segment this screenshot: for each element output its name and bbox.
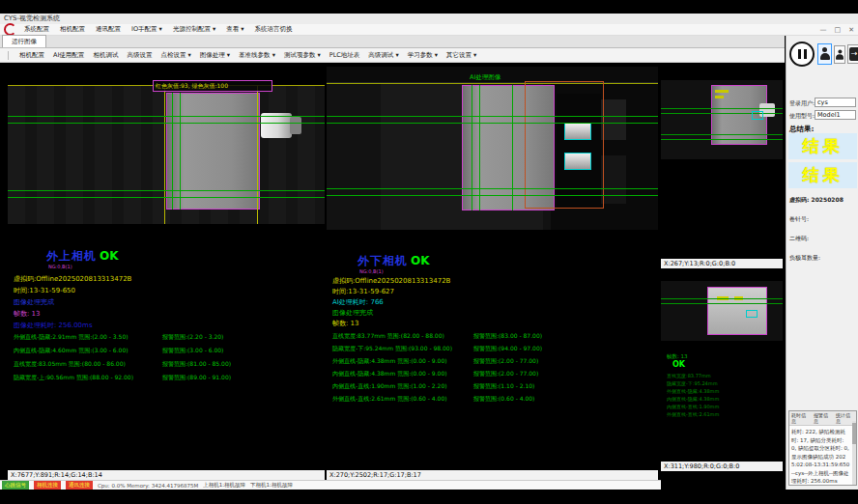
toolbar-button[interactable]: 高级设置 <box>127 51 152 60</box>
toolbar-button[interactable]: 测试项参数 ▾ <box>284 51 321 60</box>
measurement-row: 隐藏宽度-上:90.56mm 范围:(88.00 - 92.00) 报警范围:(… <box>14 374 231 380</box>
green-measure-line <box>327 195 658 196</box>
alarm-range-text: 报警范围:(0.60 - 4.00) <box>473 395 534 402</box>
log-tab[interactable]: 报警信息 <box>814 412 832 424</box>
login-user-field[interactable] <box>815 98 856 107</box>
log-panel[interactable]: 耗时信息报警信息统计信息 耗时: 222, 缺陷检测耗时: 17, 缺陷分类耗时… <box>788 410 857 486</box>
green-measure-line <box>327 116 658 117</box>
green-edge-line <box>472 85 472 210</box>
measurement-text: 外侧直线-隐藏:2.91mm 范围:(2.00 - 3.50) <box>14 333 162 340</box>
green-edge-line <box>479 85 480 210</box>
menu-item[interactable]: IO手配置 ▾ <box>131 25 162 34</box>
cyan-feature-box <box>752 111 763 120</box>
mini-measurement-text: 直线宽度:83.77mm <box>667 372 719 379</box>
preview-upper-camera[interactable]: X:267;Y:13;R:0;G:0;B:0 <box>661 63 783 268</box>
toolbar-button[interactable]: 高级调试 ▾ <box>368 51 398 60</box>
toolbar-button[interactable]: 相机调试 <box>93 51 118 60</box>
log-tabs: 耗时信息报警信息统计信息 <box>789 411 856 426</box>
model-field[interactable] <box>815 110 856 120</box>
toolbar-button[interactable]: PLC地址表 <box>329 51 360 60</box>
pixel-coordinate-readout: X:267;Y:13;R:0;G:0;B:0 <box>661 259 783 268</box>
camera-view-upper[interactable]: 红色灰值:93, 绿色灰值:100 外上相机OK NG:0,B(1) 虚拟码:O… <box>8 63 325 480</box>
camera-sub-text: NG:0,B(1) <box>48 264 72 269</box>
green-measure-line <box>327 123 658 124</box>
green-edge-line <box>512 85 513 210</box>
measurement-text: 内侧直线-隐藏:4.38mm 范围:(0.00 - 9.00) <box>332 370 473 377</box>
status-bar: 心跳信号 相机连接 通讯连接 Cpu: 0.0% Memory: 3424.41… <box>0 480 661 490</box>
pause-button[interactable] <box>789 42 815 67</box>
menu-item[interactable]: 查看 ▾ <box>226 25 243 34</box>
scrollbar-thumb[interactable] <box>852 423 856 444</box>
toolbar-button[interactable]: 相机配置 <box>19 51 44 60</box>
maximize-icon[interactable]: □ <box>835 26 842 34</box>
comm-link-badge: 通讯连接 <box>66 481 93 490</box>
pause-icon <box>804 49 807 59</box>
toolbar-button[interactable]: 图像处理 ▾ <box>200 51 230 60</box>
menu-item[interactable]: 光源控制配置 ▾ <box>173 25 215 34</box>
toolbar-button[interactable]: 点检设置 ▾ <box>160 51 190 60</box>
toolbar-button[interactable]: 基准线参数 ▾ <box>239 51 275 60</box>
result-ok-text: OK <box>411 254 430 267</box>
green-edge-line <box>180 93 181 210</box>
yellow-guide-line <box>327 83 658 84</box>
alarm-range-text: 报警范围:(1.10 - 2.10) <box>473 382 534 389</box>
measurement-row: 隐藏宽度-下:95.24mm 范围:(93.00 - 98.00) 报警范围:(… <box>332 345 542 351</box>
measurement-row: 内侧直线-隐藏:4.38mm 范围:(0.00 - 9.00) 报警范围:(2.… <box>332 370 542 377</box>
measurement-text: 内侧直线-直线:1.90mm 范围:(1.00 - 2.20) <box>332 382 473 389</box>
frame-count-text: 帧数: 13 <box>332 319 359 328</box>
measurement-row: 直线宽度:83.05mm 范围:(80.00 - 86.00) 报警范围:(81… <box>14 360 231 367</box>
exit-button[interactable]: → <box>847 44 858 64</box>
result-ok-text: OK <box>672 360 685 369</box>
log-scrollbar[interactable] <box>852 421 856 485</box>
mini-measurement-text: 外侧直线-直线:2.61mm <box>667 410 719 418</box>
alarm-range-text: 报警范围:(2.00 - 77.00) <box>473 370 538 377</box>
menu-item[interactable]: 通讯配置 <box>96 25 121 34</box>
menu-item[interactable]: 系统配置 <box>24 25 49 34</box>
side-panel: → 登录用户: 使用型号: 总结果: 结果结果 虚拟码: 20250208 卷针… <box>786 36 858 490</box>
green-measure-line <box>661 303 783 304</box>
camera-name: 外下相机 <box>358 254 408 267</box>
pixel-coordinate-readout: X:7677;Y:891;R:14;G:14;B:14 <box>8 470 325 480</box>
exit-door-icon: → <box>849 47 858 61</box>
log-tab[interactable]: 耗时信息 <box>791 412 810 424</box>
ai-elapsed-text: AI处理耗时: 766 <box>332 297 384 307</box>
result-indicator: 结果 <box>788 162 857 188</box>
toolbar-button[interactable]: 学习参数 ▾ <box>408 51 438 60</box>
result-indicator: 结果 <box>788 133 857 159</box>
minimize-icon[interactable]: — <box>820 26 827 34</box>
process-done-text: 图像处理完成 <box>14 297 54 307</box>
measurement-row: 外侧直线-隐藏:4.38mm 范围:(0.00 - 9.00) 报警范围:(2.… <box>332 357 542 364</box>
measurement-row: 外侧直线-隐藏:2.91mm 范围:(2.00 - 3.50) 报警范围:(2.… <box>14 333 231 340</box>
measurement-row: 直线宽度:83.77mm 范围:(82.00 - 88.00) 报警范围:(83… <box>332 332 542 339</box>
lower-camera-status: 下相机1:相机故障 <box>250 482 293 489</box>
close-icon[interactable]: ✕ <box>848 26 854 34</box>
preview-lower-camera[interactable]: 帧数: 13 OK 直线宽度:83.77mm隐藏宽度-下:95.24mm外侧直线… <box>661 271 783 471</box>
menu-items: 系统配置相机配置通讯配置IO手配置 ▾光源控制配置 ▾查看 ▾系统语言切换 <box>24 25 293 34</box>
measurement-text: 隐藏宽度-上:90.56mm 范围:(88.00 - 92.00) <box>14 374 162 380</box>
alarm-range-text: 报警范围:(94.00 - 97.00) <box>473 345 542 351</box>
user-button-active[interactable] <box>817 43 832 65</box>
camera-name: 外上相机 <box>46 249 97 263</box>
camera-view-lower[interactable]: AI处理图像 外下相机OK NG:0,B(1) 虚拟码:Offline20250… <box>327 63 658 480</box>
alarm-range-text: 报警范围:(2.20 - 3.20) <box>162 333 223 340</box>
toolbar-button[interactable]: 其它设置 ▾ <box>446 51 476 60</box>
process-done-text: 图像处理完成 <box>332 308 373 318</box>
green-measure-line <box>661 139 783 140</box>
alarm-range-text: 报警范围:(2.00 - 77.00) <box>473 357 538 364</box>
menu-item[interactable]: 系统语言切换 <box>255 25 293 34</box>
ai-image-annotation: AI处理图像 <box>470 73 500 82</box>
operator-button[interactable] <box>834 45 845 64</box>
green-measure-line <box>661 298 783 299</box>
toolbar-button[interactable]: AI使用配置 <box>53 51 84 60</box>
window-controls: — □ ✕ <box>820 26 855 34</box>
menu-item[interactable]: 相机配置 <box>60 25 85 34</box>
tab-run-image[interactable]: 运行图像 <box>2 35 46 47</box>
virtual-code-text: 虚拟码:Offline2025020813313472B <box>332 276 450 286</box>
measurement-text: 外侧直线-隐藏:4.38mm 范围:(0.00 - 9.00) <box>332 357 473 364</box>
green-measure-line <box>661 134 783 135</box>
measurement-list: 外侧直线-隐藏:2.91mm 范围:(2.00 - 3.50) 报警范围:(2.… <box>14 333 231 387</box>
window-title: CYS-视觉检测系统 <box>4 14 60 22</box>
user-icon <box>836 49 844 60</box>
green-measure-line <box>661 113 783 114</box>
title-bar[interactable]: CYS-视觉检测系统 <box>0 14 858 24</box>
